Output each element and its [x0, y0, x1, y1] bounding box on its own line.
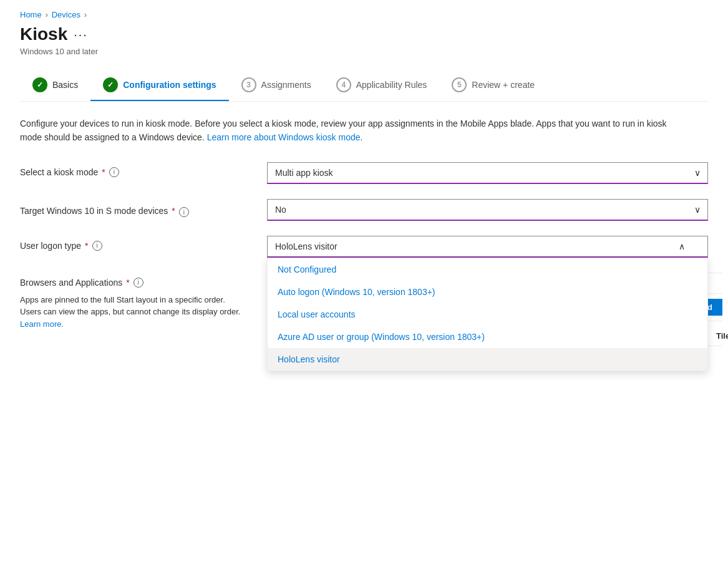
kiosk-mode-select[interactable]: Multi app kiosk Not configured Single ap…	[267, 162, 708, 184]
browsers-apps-required: *	[126, 278, 129, 288]
breadcrumb-devices[interactable]: Devices	[52, 10, 80, 19]
kiosk-mode-required: *	[102, 167, 105, 177]
col-tile-size: Tile size	[716, 331, 728, 341]
page-container: Home › Devices › Kiosk ··· Windows 10 an…	[0, 0, 728, 381]
user-logon-label-col: User logon type * i	[20, 236, 257, 251]
target-windows-select[interactable]: No Yes	[267, 199, 708, 221]
target-windows-label-col: Target Windows 10 in S mode devices * i	[20, 199, 257, 218]
form-section: Select a kiosk mode * i Multi app kiosk …	[20, 162, 708, 346]
col-tile-size-label: Tile size	[716, 331, 728, 341]
step-label-assignments: Assignments	[261, 80, 311, 90]
dropdown-item-auto-logon[interactable]: Auto logon (Windows 10, version 1803+)	[268, 281, 707, 303]
kiosk-mode-label: Select a kiosk mode	[20, 167, 98, 177]
step-label-configuration: Configuration settings	[123, 80, 216, 90]
target-windows-required: *	[172, 206, 175, 216]
kiosk-mode-info-icon[interactable]: i	[109, 167, 119, 177]
kiosk-mode-label-col: Select a kiosk mode * i	[20, 162, 257, 177]
kiosk-mode-row: Select a kiosk mode * i Multi app kiosk …	[20, 162, 708, 184]
user-logon-dropdown-menu: Not Configured Auto logon (Windows 10, v…	[267, 258, 708, 371]
browsers-apps-description: Apps are pinned to the full Start layout…	[20, 294, 245, 331]
browsers-apps-label-col: Browsers and Applications * i Apps are p…	[20, 273, 257, 331]
step-label-basics: Basics	[52, 80, 78, 90]
step-label-review: Review + create	[472, 80, 535, 90]
dropdown-item-local-user[interactable]: Local user accounts	[268, 303, 707, 326]
step-icon-applicability: 4	[336, 77, 351, 92]
target-windows-control: No Yes ∨	[267, 199, 708, 221]
step-icon-review: 5	[452, 77, 467, 92]
target-windows-select-wrapper: No Yes ∨	[267, 199, 708, 221]
step-label-applicability: Applicability Rules	[356, 80, 427, 90]
user-logon-label: User logon type	[20, 241, 81, 251]
breadcrumb: Home › Devices ›	[20, 10, 708, 19]
learn-more-link[interactable]: Learn more about Windows kiosk mode	[207, 132, 361, 142]
user-logon-control: HoloLens visitor ∧ Not Configured Auto l…	[267, 236, 708, 258]
breadcrumb-sep-1: ›	[46, 11, 48, 19]
target-windows-info-icon[interactable]: i	[179, 207, 189, 217]
kiosk-mode-select-wrapper: Multi app kiosk Not configured Single ap…	[267, 162, 708, 184]
user-logon-dropdown-trigger[interactable]: HoloLens visitor ∧	[267, 236, 708, 258]
description-block: Configure your devices to run in kiosk m…	[20, 117, 675, 145]
wizard-step-review[interactable]: 5 Review + create	[439, 71, 547, 101]
step-icon-configuration: ✓	[103, 77, 118, 92]
more-options-button[interactable]: ···	[74, 28, 88, 41]
step-icon-assignments: 3	[241, 77, 256, 92]
user-logon-info-icon[interactable]: i	[92, 241, 102, 251]
target-windows-row: Target Windows 10 in S mode devices * i …	[20, 199, 708, 221]
dropdown-item-azure-ad[interactable]: Azure AD user or group (Windows 10, vers…	[268, 326, 707, 348]
breadcrumb-home[interactable]: Home	[20, 10, 42, 19]
wizard-step-assignments[interactable]: 3 Assignments	[229, 71, 324, 101]
step-icon-basics: ✓	[32, 77, 47, 92]
user-logon-row: User logon type * i HoloLens visitor ∧ N…	[20, 236, 708, 258]
dropdown-item-hololens[interactable]: HoloLens visitor	[268, 348, 707, 371]
page-title-area: Kiosk ···	[20, 24, 708, 44]
target-windows-label: Target Windows 10 in S mode devices	[20, 206, 168, 216]
page-subtitle: Windows 10 and later	[20, 47, 708, 56]
wizard-step-configuration[interactable]: ✓ Configuration settings	[90, 71, 228, 101]
breadcrumb-sep-2: ›	[84, 11, 87, 19]
wizard-step-applicability[interactable]: 4 Applicability Rules	[324, 71, 440, 101]
kiosk-mode-control: Multi app kiosk Not configured Single ap…	[267, 162, 708, 184]
dropdown-item-not-configured[interactable]: Not Configured	[268, 258, 707, 281]
user-logon-required: *	[85, 241, 88, 251]
browsers-apps-learn-more[interactable]: Learn more.	[20, 319, 64, 329]
page-title: Kiosk	[20, 24, 67, 44]
wizard-nav: ✓ Basics ✓ Configuration settings 3 Assi…	[20, 71, 708, 102]
browsers-apps-info-icon[interactable]: i	[133, 278, 143, 288]
user-logon-selected-value: HoloLens visitor	[275, 241, 337, 251]
user-logon-dropdown-wrapper: HoloLens visitor ∧ Not Configured Auto l…	[267, 236, 708, 258]
wizard-step-basics[interactable]: ✓ Basics	[20, 71, 90, 101]
user-logon-chevron-up: ∧	[679, 241, 685, 251]
browsers-apps-label: Browsers and Applications	[20, 278, 122, 288]
